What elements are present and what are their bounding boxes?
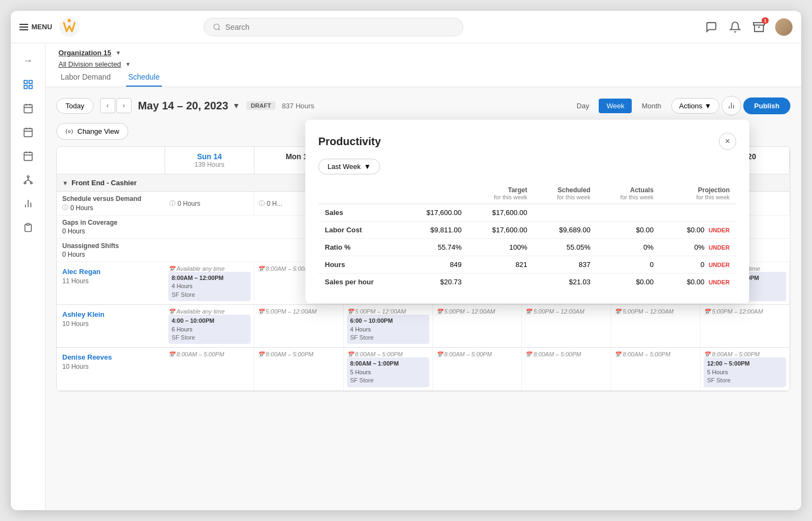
- prod-label-sales: Sales: [318, 204, 403, 222]
- shift-denise-sat[interactable]: 📅 8:00AM – 5:00PM 12:00 – 5:00PM 5 Hours…: [700, 348, 790, 390]
- search-input[interactable]: [225, 23, 454, 31]
- shift-ashley-thu[interactable]: 📅 5:00PM – 12:00AM: [522, 305, 611, 347]
- shift-denise-thu[interactable]: 📅 8:00AM – 5:00PM: [522, 348, 611, 390]
- employee-name-alec[interactable]: Alec Regan: [62, 268, 160, 276]
- chart-button[interactable]: [722, 96, 741, 115]
- shift-denise-tue[interactable]: 📅 8:00AM – 5:00PM 8:00AM – 1:00PM 5 Hour…: [344, 348, 433, 390]
- sidebar-item-analytics[interactable]: [17, 193, 39, 214]
- shift-ashley-wed[interactable]: 📅 5:00PM – 12:00AM: [433, 305, 522, 347]
- shift-denise-fri[interactable]: 📅 8:00AM – 5:00PM: [611, 348, 700, 390]
- shift-denise-sun[interactable]: 📅 8:00AM – 5:00PM: [165, 348, 254, 390]
- prod-scheduled-sph: $21.03: [534, 273, 597, 291]
- prod-controls: Last Week ▼: [318, 159, 736, 174]
- prod-actuals-hours: 0: [597, 256, 660, 273]
- calendar2-icon: [23, 127, 34, 138]
- productivity-title: Productivity: [318, 135, 381, 148]
- schedule-header: Today ‹ › May 14 – 20, 2023 ▼ DRAFT 837 …: [56, 96, 790, 115]
- col-header-projection: Projection for this week: [660, 183, 736, 204]
- col-header-actuals: Actuals for this week: [597, 183, 660, 204]
- next-arrow[interactable]: ›: [116, 98, 132, 113]
- svg-rect-6: [24, 81, 27, 84]
- hamburger-icon: [19, 24, 28, 30]
- svg-point-35: [68, 131, 70, 133]
- prod-label-ratio: Ratio %: [318, 239, 403, 256]
- inbox-badge: 1: [762, 17, 769, 24]
- svg-rect-8: [24, 86, 27, 89]
- employee-name-denise[interactable]: Denise Reeves: [62, 353, 160, 361]
- employee-hours-denise: 10 Hours: [62, 363, 89, 370]
- prod-actuals-ratio: 0%: [597, 239, 660, 256]
- sidebar-item-reports[interactable]: [17, 217, 39, 238]
- menu-button[interactable]: MENU: [19, 23, 52, 31]
- actions-dropdown-icon: ▼: [704, 102, 711, 110]
- actions-button[interactable]: Actions ▼: [671, 98, 720, 114]
- date-dropdown-icon[interactable]: ▼: [233, 101, 240, 110]
- prod-row-ratio: Ratio % 55.74% 100% 55.05% 0% 0% UNDER: [318, 239, 736, 256]
- svg-rect-14: [24, 128, 32, 136]
- sidebar-item-collapse[interactable]: →: [17, 50, 39, 71]
- shift-ashley-tue[interactable]: 📅 5:00PM – 12:00AM 6:00 – 10:00PM 4 Hour…: [344, 305, 433, 347]
- svg-point-22: [27, 176, 29, 178]
- division-dropdown-icon[interactable]: ▼: [126, 61, 131, 67]
- today-button[interactable]: Today: [56, 98, 94, 114]
- svg-line-26: [25, 180, 28, 182]
- prod-target-hours: 821: [468, 256, 534, 273]
- sidebar-item-calendar1[interactable]: [17, 97, 39, 119]
- shift-alec-sun[interactable]: 📅 Available any time 8:00AM – 12:00PM 4 …: [165, 262, 254, 304]
- tab-bar: Labor Demand Schedule: [58, 68, 788, 87]
- logo[interactable]: [58, 16, 80, 38]
- prod-actuals-sales: [597, 204, 660, 222]
- period-button[interactable]: Last Week ▼: [318, 159, 380, 174]
- prod-projection-labor: $0.00 UNDER: [660, 222, 736, 239]
- view-day-button[interactable]: Day: [569, 99, 597, 113]
- svg-point-24: [30, 182, 32, 184]
- shift-ashley-fri[interactable]: 📅 5:00PM – 12:00AM: [611, 305, 700, 347]
- search-bar[interactable]: [204, 18, 463, 36]
- shift-ashley-mon[interactable]: 📅 5:00PM – 12:00AM: [254, 305, 344, 347]
- total-hours: 837 Hours: [282, 102, 315, 110]
- section-toggle[interactable]: ▼: [62, 180, 68, 186]
- employee-name-ashley[interactable]: Ashley Klein: [62, 310, 160, 318]
- org-name[interactable]: Organization 15: [58, 49, 112, 57]
- bell-icon[interactable]: [728, 19, 743, 35]
- prod-scheduled-hours: 837: [534, 256, 597, 273]
- close-productivity-button[interactable]: ×: [719, 133, 736, 150]
- nav-arrows: ‹ ›: [100, 98, 132, 113]
- prod-scheduled-ratio: 55.05%: [534, 239, 597, 256]
- change-view-button[interactable]: Change View: [56, 123, 128, 140]
- sidebar-item-calendar2[interactable]: [17, 121, 39, 143]
- view-month-button[interactable]: Month: [634, 99, 669, 113]
- prod-label-sph: Sales per hour: [318, 273, 403, 291]
- prod-label-hours: Hours: [318, 256, 403, 273]
- employee-hours-ashley: 10 Hours: [62, 320, 89, 328]
- avatar[interactable]: [775, 18, 793, 36]
- org-dropdown-icon[interactable]: ▼: [116, 50, 121, 56]
- prod-actuals-labor: $0.00: [597, 222, 660, 239]
- chat-icon[interactable]: [704, 19, 719, 35]
- bar-chart-icon: [727, 101, 736, 110]
- sidebar-item-org[interactable]: [17, 169, 39, 191]
- inbox-icon[interactable]: 1: [751, 19, 767, 35]
- tab-labor-demand[interactable]: Labor Demand: [58, 68, 113, 87]
- publish-button[interactable]: Publish: [743, 97, 790, 114]
- sidebar-item-calendar3[interactable]: [17, 145, 39, 167]
- shift-denise-mon[interactable]: 📅 8:00AM – 5:00PM: [254, 348, 344, 390]
- shift-ashley-sat[interactable]: 📅 5:00PM – 12:00AM: [700, 305, 790, 347]
- employee-info-denise: Denise Reeves 10 Hours: [57, 348, 165, 390]
- sidebar-item-dashboard[interactable]: [17, 74, 39, 95]
- employee-section-denise: Denise Reeves 10 Hours 📅 8:00AM – 5:00PM…: [57, 348, 790, 390]
- prod-target-ratio: 100%: [468, 239, 534, 256]
- division-name[interactable]: All Division selected: [58, 60, 121, 68]
- prod-scheduled-labor: $9,689.00: [534, 222, 597, 239]
- clipboard-icon: [23, 222, 34, 233]
- shift-ashley-sun[interactable]: 📅 Available any time 4:00 – 10:00PM 6 Ho…: [165, 305, 254, 347]
- draft-badge: DRAFT: [246, 101, 275, 110]
- prod-target-labor: $17,600.00: [468, 222, 534, 239]
- employee-row-denise: Denise Reeves 10 Hours 📅 8:00AM – 5:00PM…: [57, 348, 790, 390]
- view-week-button[interactable]: Week: [599, 99, 632, 113]
- col-header-value: [403, 183, 468, 204]
- prod-row-sales: Sales $17,600.00 $17,600.00: [318, 204, 736, 222]
- tab-schedule[interactable]: Schedule: [126, 68, 162, 87]
- shift-denise-wed[interactable]: 📅 8:00AM – 5:00PM: [433, 348, 522, 390]
- prev-arrow[interactable]: ‹: [100, 98, 115, 113]
